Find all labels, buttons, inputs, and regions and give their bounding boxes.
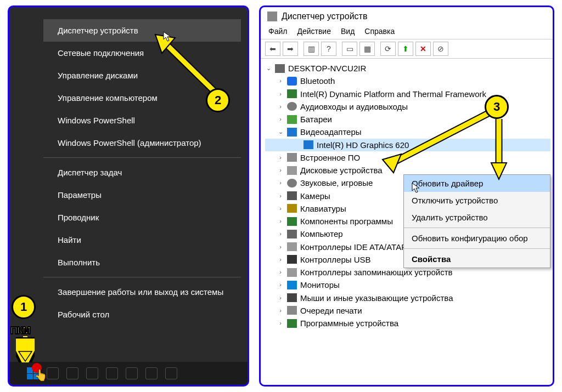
- context-menu-item[interactable]: Обновить конфигурацию обор: [404, 230, 550, 247]
- device-icon: [287, 204, 297, 213]
- device-icon: [304, 140, 313, 149]
- annotation-badge-1: 1: [12, 295, 36, 319]
- device-category[interactable]: ›Программные устройства: [265, 317, 550, 329]
- device-label: Мыши и иные указывающие устройства: [300, 292, 453, 304]
- device-label: Intel(R) Dynamic Platform and Thermal Fr…: [300, 88, 486, 100]
- menu-separator: [43, 157, 241, 158]
- winx-menu: Диспетчер устройствСетевые подключенияУп…: [43, 19, 241, 326]
- winx-menu-item[interactable]: Диспетчер задач: [43, 161, 241, 184]
- hand-cursor-icon: 👆: [34, 368, 48, 382]
- device-label: Камеры: [300, 190, 330, 202]
- winx-menu-item[interactable]: Диспетчер устройств: [43, 19, 241, 42]
- device-label: Компоненты программы: [300, 215, 393, 228]
- winx-menu-item[interactable]: Windows PowerShell: [43, 109, 241, 132]
- device-icon: [287, 128, 297, 137]
- device-category[interactable]: ›Мыши и иные указывающие устройства: [265, 292, 550, 304]
- context-menu-item[interactable]: Обновить драйвер: [404, 175, 550, 192]
- device-icon: [287, 191, 297, 200]
- device-icon: [287, 166, 297, 175]
- winx-menu-item[interactable]: Выполнить: [43, 251, 241, 274]
- device-label: Программные устройства: [300, 317, 398, 329]
- taskbar-app-icon[interactable]: [106, 367, 118, 379]
- toolbar-scan-icon[interactable]: ▦: [359, 42, 375, 56]
- device-label: Дисковые устройства: [300, 164, 383, 177]
- winx-menu-item[interactable]: Параметры: [43, 184, 241, 206]
- device-context-menu: Обновить драйверОтключить устройствоУдал…: [403, 174, 550, 268]
- menu-separator: [43, 277, 241, 277]
- context-menu-item[interactable]: Отключить устройство: [404, 192, 550, 209]
- device-label: Контроллеры USB: [300, 253, 371, 266]
- device-icon: [287, 281, 297, 289]
- toolbar-uninstall-icon[interactable]: ⊘: [433, 42, 448, 56]
- taskbar-taskview-icon[interactable]: [66, 367, 78, 379]
- device-category[interactable]: ›Intel(R) Dynamic Platform and Thermal F…: [265, 88, 550, 100]
- device-category[interactable]: ›Встроенное ПО: [265, 151, 550, 164]
- toolbar-help-icon[interactable]: ?: [321, 42, 336, 56]
- device-manager-icon: [267, 12, 277, 21]
- taskbar-app-icon[interactable]: [86, 367, 98, 379]
- menubar-item[interactable]: Вид: [341, 27, 355, 36]
- toolbar-update-icon[interactable]: ⟳: [380, 42, 396, 56]
- device-category[interactable]: ⌄Видеоадаптеры: [265, 126, 550, 138]
- winx-menu-item[interactable]: Управление дисками: [43, 64, 241, 87]
- menubar-item[interactable]: Файл: [268, 27, 287, 36]
- toolbar-forward-icon[interactable]: ➡: [283, 42, 298, 56]
- winx-menu-item[interactable]: Windows PowerShell (администратор): [43, 132, 241, 154]
- context-menu-item[interactable]: Удалить устройство: [404, 209, 550, 226]
- device-label: Bluetooth: [300, 75, 335, 87]
- annotation-badge-2: 2: [206, 88, 230, 112]
- taskbar-app-icon[interactable]: [126, 367, 138, 379]
- device-category[interactable]: ›Очереди печати: [265, 304, 550, 317]
- computer-name: DESKTOP-NVCU2IR: [288, 62, 366, 75]
- taskbar-app-icon[interactable]: [145, 367, 158, 379]
- device-icon: [287, 89, 297, 98]
- toolbar-details-icon[interactable]: ▥: [304, 42, 319, 56]
- toolbar-disable-icon[interactable]: ✕: [415, 42, 431, 56]
- device-icon: [287, 293, 297, 302]
- device-label: Аудиовходы и аудиовыходы: [300, 100, 408, 113]
- device-manager-toolbar: ⬅ ➡ ▥ ? ▭ ▦ ⟳ ⬆ ✕ ⊘: [261, 39, 553, 59]
- device-icon: [287, 77, 297, 86]
- device-label: Контроллеры IDE ATA/ATAPI: [300, 241, 409, 253]
- toolbar-back-icon[interactable]: ⬅: [265, 42, 280, 56]
- device-icon: [287, 115, 297, 124]
- winx-menu-item[interactable]: Сетевые подключения: [43, 42, 241, 64]
- device-label: Видеоадаптеры: [300, 126, 362, 138]
- device-category[interactable]: ›Мониторы: [265, 279, 550, 291]
- toolbar-properties-icon[interactable]: ▭: [342, 42, 357, 56]
- winx-menu-item[interactable]: Завершение работы или выход из системы: [43, 281, 241, 303]
- context-menu-item[interactable]: Свойства: [404, 251, 550, 268]
- device-icon: [287, 102, 297, 111]
- device-category[interactable]: ›Батареи: [265, 113, 550, 126]
- menubar-item[interactable]: Справка: [364, 27, 395, 36]
- winx-menu-item[interactable]: Найти: [43, 229, 241, 251]
- menu-separator: [404, 248, 550, 249]
- device-tree-root[interactable]: ⌄DESKTOP-NVCU2IR: [265, 62, 550, 75]
- taskbar-search-icon[interactable]: [47, 367, 59, 379]
- device-label: Батареи: [300, 113, 332, 126]
- annotation-arrow-icon: [16, 335, 35, 362]
- device-icon: [287, 153, 297, 162]
- menubar-item[interactable]: Действие: [297, 27, 331, 36]
- computer-icon: [275, 64, 285, 73]
- winx-menu-item[interactable]: Проводник: [43, 206, 241, 229]
- device-icon: [287, 268, 297, 277]
- winx-menu-item[interactable]: Рабочий стол: [43, 303, 241, 326]
- cursor-arrow-icon: [412, 183, 420, 194]
- screenshot-right-panel: Диспетчер устройств ФайлДействиеВидСправ…: [259, 5, 554, 387]
- device-node[interactable]: Intel(R) HD Graphics 620: [265, 139, 550, 151]
- toolbar-enable-icon[interactable]: ⬆: [398, 42, 413, 56]
- device-icon: [287, 306, 297, 315]
- device-label: Intel(R) HD Graphics 620: [317, 139, 409, 151]
- menu-separator: [404, 228, 550, 228]
- device-label: Компьютер: [300, 228, 343, 240]
- annotation-badge-3: 3: [485, 95, 509, 119]
- device-category[interactable]: ›Bluetooth: [265, 75, 550, 87]
- screenshot-left-panel: Диспетчер устройствСетевые подключенияУп…: [8, 5, 249, 387]
- cursor-arrow-icon: [163, 31, 172, 42]
- device-icon: [287, 230, 297, 238]
- annotation-label-pkm: ПКМ: [10, 325, 30, 337]
- taskbar-app-icon[interactable]: [165, 367, 177, 379]
- device-label: Встроенное ПО: [300, 151, 360, 164]
- device-label: Мониторы: [300, 279, 340, 291]
